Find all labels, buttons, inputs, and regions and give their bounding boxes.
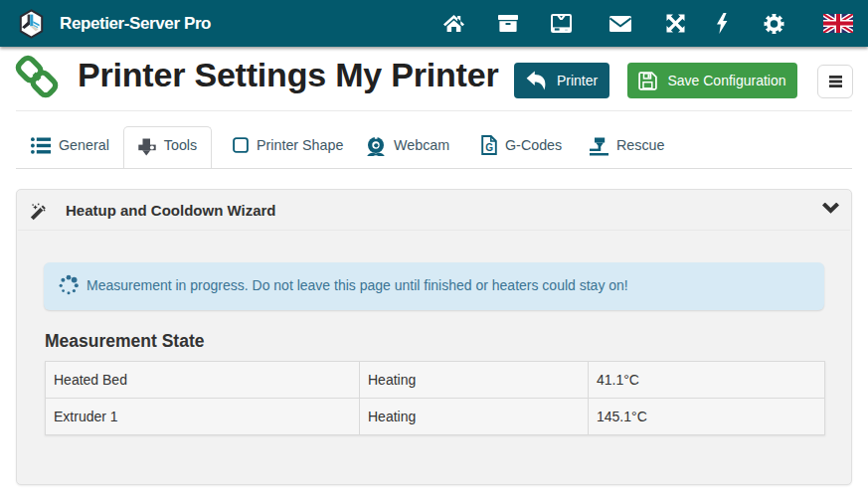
svg-text:G: G [485, 142, 493, 153]
